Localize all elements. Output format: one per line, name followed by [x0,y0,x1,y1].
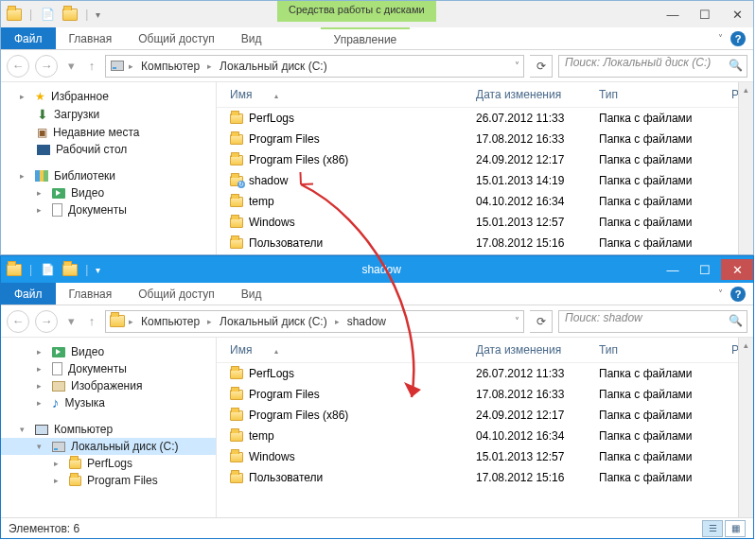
table-row[interactable]: Program Files17.08.2012 16:33Папка с фай… [217,129,753,149]
nav-documents[interactable]: ▸Документы [1,360,216,377]
chevron-right-icon[interactable]: ▸ [333,317,342,326]
crumb-computer[interactable]: Компьютер [137,58,203,75]
crumb-drive[interactable]: Локальный диск (C:) [216,313,331,330]
col-name[interactable]: Имя▴ [226,86,472,103]
help-icon[interactable]: ? [730,31,746,46]
nav-computer[interactable]: ▾Компьютер [1,421,216,438]
ribbon-collapse-icon[interactable]: ˅ [718,33,723,44]
scroll-up-icon[interactable]: ▴ [739,338,753,353]
search-input[interactable]: Поиск: shadow🔍 [558,310,747,333]
qat-dropdown-icon[interactable]: ▾ [96,265,100,275]
crumb-shadow[interactable]: shadow [343,313,390,330]
properties-icon[interactable]: 📄 [40,262,55,277]
back-button[interactable]: ← [7,55,29,78]
maximize-button[interactable]: ☐ [689,4,721,25]
col-type[interactable]: Тип [595,341,728,358]
chevron-right-icon[interactable]: ▸ [127,317,135,326]
cell-date: 24.09.2012 12:17 [472,151,595,168]
nav-folder[interactable]: ▸Program Files [1,472,216,489]
table-row[interactable]: Пользователи17.08.2012 15:16Папка с файл… [217,233,753,253]
nav-drive-c[interactable]: ▾Локальный диск (C:) [1,438,216,455]
forward-button[interactable]: → [35,55,58,78]
nav-videos[interactable]: ▸Видео [1,184,216,201]
titlebar[interactable]: | 📄 | ▾ Средства работы с дисками Локаль… [1,1,753,27]
scrollbar[interactable]: ▴ [738,82,753,254]
breadcrumb[interactable]: ▸ Компьютер ▸ Локальный диск (C:) ▸ shad… [105,310,524,333]
tab-home[interactable]: Главная [56,283,126,305]
table-row[interactable]: temp04.10.2012 16:34Папка с файлами [217,426,753,446]
scrollbar[interactable]: ▴ [738,338,753,517]
tab-share[interactable]: Общий доступ [125,283,228,305]
history-dropdown-icon[interactable]: ▾ [63,312,79,331]
refresh-button[interactable]: ⟳ [530,310,553,333]
address-dropdown-icon[interactable]: ˅ [515,316,519,326]
nav-pictures[interactable]: ▸Изображения [1,377,216,394]
refresh-button[interactable]: ⟳ [530,55,553,78]
tab-view[interactable]: Вид [228,27,275,49]
qat-dropdown-icon[interactable]: ▾ [96,9,100,20]
up-button[interactable]: ↑ [84,312,99,331]
search-input[interactable]: Поиск: Локальный диск (С:)🔍 [558,55,747,78]
history-dropdown-icon[interactable]: ▾ [63,57,79,76]
maximize-button[interactable]: ☐ [689,259,721,280]
view-icons-button[interactable]: ▦ [725,520,746,537]
folder-icon [230,431,243,442]
table-row[interactable]: Windows15.01.2013 12:57Папка с файлами [217,212,753,233]
col-date[interactable]: Дата изменения [472,86,595,103]
table-row[interactable]: Пользователи17.08.2012 15:16Папка с файл… [217,467,753,488]
view-details-button[interactable]: ☰ [702,520,723,537]
tab-manage[interactable]: Управление [321,27,411,49]
crumb-computer[interactable]: Компьютер [137,313,203,330]
nav-documents[interactable]: ▸Документы [1,201,216,218]
nav-downloads[interactable]: ⬇Загрузки [1,105,216,124]
folder-icon [230,113,243,124]
chevron-right-icon[interactable]: ▸ [205,317,214,326]
nav-recent[interactable]: ▣Недавние места [1,124,216,141]
help-icon[interactable]: ? [730,287,746,302]
cell-date: 26.07.2012 11:33 [472,110,595,127]
back-button[interactable]: ← [7,310,29,333]
nav-favorites[interactable]: ▸★Избранное [1,88,216,105]
open-folder-icon[interactable] [62,7,78,22]
crumb-drive[interactable]: Локальный диск (C:) [216,58,331,75]
col-name[interactable]: Имя▴ [226,341,472,358]
nav-libraries[interactable]: ▸Библиотеки [1,167,216,184]
nav-label: Загрузки [54,108,99,121]
properties-icon[interactable]: 📄 [40,7,55,22]
col-date[interactable]: Дата изменения [472,341,595,358]
tab-home[interactable]: Главная [56,27,126,49]
table-row[interactable]: PerfLogs26.07.2012 11:33Папка с файлами [217,108,753,129]
forward-button[interactable]: → [35,310,58,333]
table-row[interactable]: Program Files (x86)24.09.2012 12:17Папка… [217,149,753,170]
table-row[interactable]: Program Files17.08.2012 16:33Папка с фай… [217,384,753,405]
table-row[interactable]: ↻shadow15.01.2013 14:19Папка с файлами [217,170,753,191]
titlebar[interactable]: | 📄 | ▾ shadow — ☐ ✕ [1,256,753,283]
scroll-up-icon[interactable]: ▴ [739,82,753,97]
ribbon-collapse-icon[interactable]: ˅ [718,288,723,299]
nav-videos[interactable]: ▸Видео [1,343,216,360]
table-row[interactable]: PerfLogs26.07.2012 11:33Папка с файлами [217,363,753,384]
tab-file[interactable]: Файл [1,283,56,305]
address-dropdown-icon[interactable]: ˅ [515,61,519,71]
nav-desktop[interactable]: Рабочий стол [1,141,216,158]
tab-view[interactable]: Вид [228,283,275,305]
up-button[interactable]: ↑ [84,57,99,76]
tab-file[interactable]: Файл [1,27,56,49]
chevron-right-icon[interactable]: ▸ [205,61,214,71]
chevron-right-icon[interactable]: ▸ [127,61,135,71]
minimize-button[interactable]: — [657,4,689,25]
close-button[interactable]: ✕ [721,259,753,280]
close-button[interactable]: ✕ [721,4,753,25]
open-folder-icon[interactable] [62,262,78,277]
tab-share[interactable]: Общий доступ [125,27,228,49]
table-row[interactable]: Program Files (x86)24.09.2012 12:17Папка… [217,405,753,426]
col-type[interactable]: Тип [595,86,728,103]
qat-separator: | [29,8,32,21]
minimize-button[interactable]: — [657,259,689,280]
nav-music[interactable]: ▸♪Музыка [1,394,216,411]
breadcrumb[interactable]: ▸ Компьютер ▸ Локальный диск (C:) ˅ [105,55,524,78]
nav-folder[interactable]: ▸PerfLogs [1,455,216,472]
cell-name: Windows [226,214,472,231]
table-row[interactable]: temp04.10.2012 16:34Папка с файлами [217,191,753,212]
table-row[interactable]: Windows15.01.2013 12:57Папка с файлами [217,446,753,467]
